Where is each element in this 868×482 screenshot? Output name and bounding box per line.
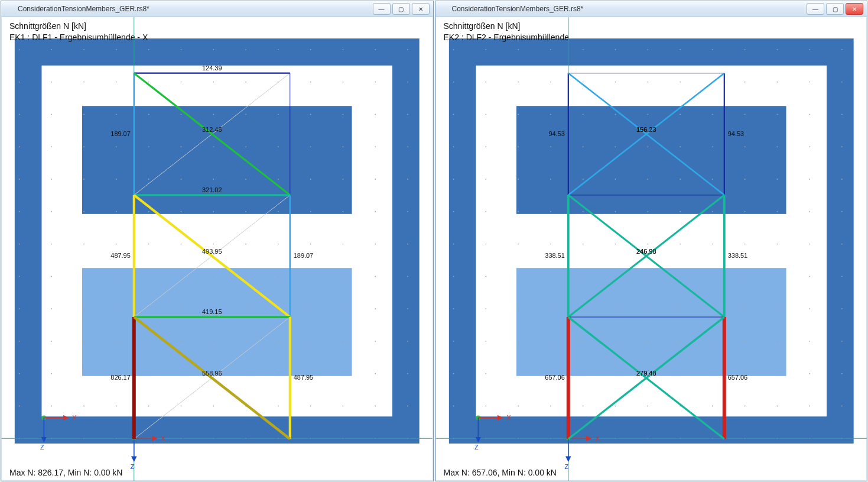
svg-point-69 <box>181 82 182 83</box>
svg-point-326 <box>776 406 778 407</box>
svg-point-104 <box>245 373 246 374</box>
svg-point-319 <box>776 179 778 180</box>
member-value: 338.51 <box>727 252 747 259</box>
svg-point-163 <box>407 179 408 180</box>
viewport-right[interactable]: Schnittgrößen N [kN] EK2 : DLF2 - Ergebn… <box>435 17 867 481</box>
svg-point-191 <box>453 244 454 245</box>
svg-point-227 <box>550 146 551 147</box>
svg-point-310 <box>744 308 745 309</box>
svg-point-71 <box>181 146 182 147</box>
diagram-right[interactable]: XZXZ94.5394.53156.23156.23338.51338.5124… <box>435 17 867 481</box>
svg-point-97 <box>245 146 246 147</box>
svg-point-17 <box>51 82 52 83</box>
svg-point-188 <box>453 146 454 147</box>
svg-point-198 <box>485 49 486 50</box>
svg-point-72 <box>181 179 182 180</box>
svg-point-121 <box>310 82 311 83</box>
svg-point-237 <box>582 49 583 50</box>
svg-point-248 <box>582 406 583 407</box>
result-footer: Max N: 826.17, Min N: 0.00 kN <box>9 468 122 477</box>
svg-point-216 <box>518 211 519 212</box>
svg-point-40 <box>83 406 84 407</box>
svg-point-79 <box>181 406 182 407</box>
svg-point-199 <box>485 82 486 83</box>
svg-point-32 <box>83 146 84 147</box>
viewport-left[interactable]: Schnittgrößen N [kN] EK1 : DLF1 - Ergebn… <box>1 17 433 481</box>
member-value: 189.07 <box>110 130 130 137</box>
svg-point-48 <box>116 244 117 245</box>
svg-point-98 <box>245 179 246 180</box>
svg-point-203 <box>485 211 486 212</box>
svg-point-53 <box>116 406 117 407</box>
svg-point-232 <box>550 308 551 309</box>
svg-point-18 <box>51 114 52 115</box>
svg-text:Z: Z <box>564 463 568 470</box>
svg-point-83 <box>213 114 214 115</box>
svg-point-253 <box>615 146 616 147</box>
svg-point-164 <box>407 211 408 212</box>
svg-point-168 <box>407 341 408 342</box>
svg-point-185 <box>453 49 454 50</box>
svg-point-34 <box>83 211 84 212</box>
svg-point-126 <box>310 244 311 245</box>
svg-point-333 <box>809 211 810 212</box>
svg-point-345 <box>841 179 843 180</box>
svg-point-25 <box>51 341 52 342</box>
svg-point-260 <box>615 373 616 374</box>
svg-point-315 <box>776 49 778 50</box>
svg-point-242 <box>582 211 583 212</box>
svg-point-251 <box>615 82 616 83</box>
member-value: 558.96 <box>202 370 222 377</box>
svg-point-294 <box>711 211 713 212</box>
svg-point-218 <box>518 276 519 277</box>
svg-point-283 <box>680 276 681 277</box>
svg-point-99 <box>245 211 246 212</box>
svg-point-155 <box>375 341 376 342</box>
svg-point-259 <box>615 341 616 342</box>
svg-point-350 <box>841 341 843 342</box>
svg-point-77 <box>181 341 182 342</box>
svg-point-46 <box>116 179 117 180</box>
svg-point-284 <box>680 308 681 309</box>
result-footer: Max N: 657.06, Min N: 0.00 kN <box>444 468 557 477</box>
svg-point-217 <box>518 244 519 245</box>
svg-point-160 <box>407 82 408 83</box>
svg-point-110 <box>278 146 279 147</box>
svg-point-3 <box>19 49 20 50</box>
svg-point-118 <box>278 406 279 407</box>
svg-point-348 <box>841 276 843 277</box>
svg-point-135 <box>343 114 344 115</box>
titlebar-left[interactable]: ConsiderationTensionMembers_GER.rs8* — ▢… <box>1 1 433 17</box>
svg-point-336 <box>809 308 810 309</box>
svg-point-322 <box>776 276 778 277</box>
svg-point-30 <box>83 82 84 83</box>
svg-point-239 <box>582 114 583 115</box>
window-left: ConsiderationTensionMembers_GER.rs8* — ▢… <box>1 1 434 481</box>
svg-point-12 <box>19 341 20 342</box>
svg-point-264 <box>647 82 648 83</box>
svg-point-307 <box>744 211 745 212</box>
svg-point-165 <box>407 244 408 245</box>
svg-point-142 <box>343 341 344 342</box>
svg-point-233 <box>550 341 551 342</box>
svg-point-60 <box>148 211 149 212</box>
titlebar-right[interactable]: ConsiderationTensionMembers_GER.rs8* — ▢… <box>435 1 867 17</box>
svg-point-247 <box>582 373 583 374</box>
member-value: 657.06 <box>545 374 564 381</box>
svg-point-226 <box>550 114 551 115</box>
member-value: 338.51 <box>545 252 564 259</box>
svg-point-94 <box>245 49 246 50</box>
svg-point-162 <box>407 146 408 147</box>
window-right: ConsiderationTensionMembers_GER.rs8* — ▢… <box>435 1 868 481</box>
svg-point-257 <box>615 276 616 277</box>
svg-point-136 <box>343 146 344 147</box>
svg-point-76 <box>181 308 182 309</box>
svg-point-343 <box>841 114 843 115</box>
svg-point-241 <box>582 179 583 180</box>
diagram-left[interactable]: XZXZ124.39189.07312.46321.02487.95189.07… <box>1 17 433 481</box>
svg-point-254 <box>615 179 616 180</box>
desktop: ConsiderationTensionMembers_GER.rs8* — ▢… <box>0 0 868 482</box>
svg-point-267 <box>647 179 648 180</box>
svg-point-59 <box>148 179 149 180</box>
svg-point-281 <box>680 211 681 212</box>
